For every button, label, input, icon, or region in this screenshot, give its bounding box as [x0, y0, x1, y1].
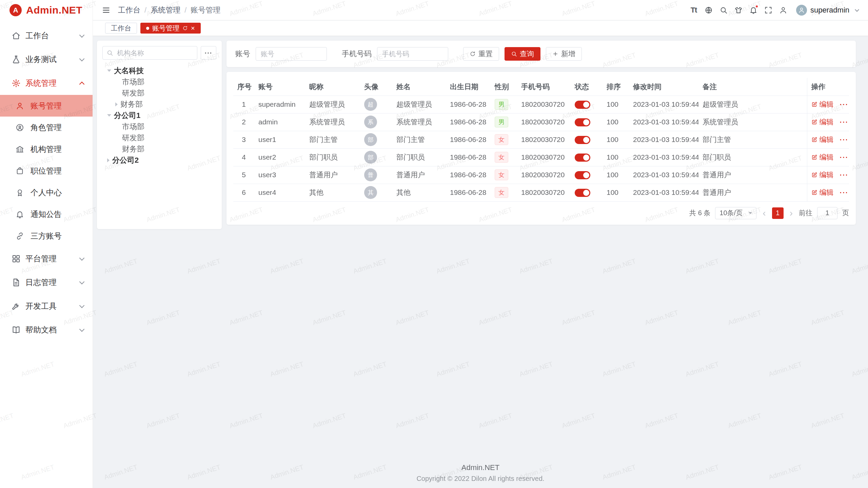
locale-icon[interactable]	[701, 6, 716, 14]
account-input[interactable]	[256, 47, 327, 61]
cell-account: user3	[254, 166, 305, 184]
fullscreen-icon[interactable]	[761, 6, 776, 14]
more-button[interactable]: ···	[840, 154, 849, 161]
sidebar-item[interactable]: 工作台	[0, 24, 93, 47]
sidebar-item-label: 开发工具	[25, 301, 57, 311]
gender-badge: 女	[495, 134, 508, 145]
org-search	[102, 46, 197, 60]
submenu-item[interactable]: 职位管理	[0, 160, 93, 182]
tree-node[interactable]: 市场部	[102, 121, 216, 132]
tree-node[interactable]: 市场部	[102, 76, 216, 87]
edit-button[interactable]: 编辑	[811, 135, 834, 144]
sidebar-item[interactable]: 平台管理	[0, 247, 93, 270]
tree-node[interactable]: 财务部	[102, 143, 216, 155]
cell-account: user1	[254, 131, 305, 148]
tree-node[interactable]: 研发部	[102, 132, 216, 143]
sidebar-item[interactable]: 系统管理	[0, 71, 93, 95]
edit-button[interactable]: 编辑	[811, 152, 834, 162]
goto-page-input[interactable]	[817, 207, 837, 219]
sidebar-item[interactable]: 业务测试	[0, 47, 93, 71]
status-toggle[interactable]	[575, 171, 590, 179]
tree-node[interactable]: 研发部	[102, 87, 216, 99]
add-label: 新增	[561, 49, 575, 59]
tree-caret-icon[interactable]	[107, 69, 111, 72]
tab[interactable]: 账号管理×	[140, 23, 201, 34]
tree-caret-icon[interactable]	[107, 158, 110, 162]
org-tree: 大名科技市场部研发部财务部分公司1市场部研发部财务部分公司2	[102, 65, 216, 166]
current-page[interactable]: 1	[772, 207, 784, 219]
gender-badge: 女	[495, 152, 508, 163]
table-row: 5user3普通用户普普通用户1986-06-28女18020030720100…	[233, 166, 849, 184]
search-icon[interactable]	[716, 6, 731, 14]
sidebar-item[interactable]: 开发工具	[0, 294, 93, 318]
page-size-select[interactable]: 10条/页	[715, 207, 756, 219]
cell-status	[571, 184, 603, 201]
more-button[interactable]: ···	[840, 136, 849, 144]
cell-phone: 18020030720	[517, 113, 571, 131]
org-search-input[interactable]	[102, 46, 197, 60]
user-menu[interactable]: superadmin	[796, 5, 859, 16]
more-button[interactable]: ···	[840, 118, 849, 126]
status-toggle[interactable]	[575, 136, 590, 144]
next-page-button[interactable]: ›	[788, 208, 794, 218]
cell-birth: 1986-06-28	[446, 166, 491, 184]
org-more-button[interactable]: ···	[201, 46, 216, 60]
tree-caret-icon[interactable]	[107, 114, 111, 117]
tree-node[interactable]: 分公司1	[102, 110, 216, 121]
tab[interactable]: 工作台	[105, 23, 137, 34]
status-toggle[interactable]	[575, 118, 590, 126]
edit-button[interactable]: 编辑	[811, 100, 834, 109]
tree-node-label: 财务部	[120, 99, 143, 109]
font-size-icon[interactable]: Tt	[686, 6, 701, 15]
theme-icon[interactable]	[731, 6, 746, 14]
add-button[interactable]: 新增	[546, 47, 582, 61]
more-button[interactable]: ···	[840, 171, 849, 179]
profile-icon[interactable]	[776, 6, 791, 14]
more-button[interactable]: ···	[840, 189, 849, 197]
notification-icon[interactable]	[746, 6, 761, 14]
edit-icon	[811, 189, 817, 196]
collapse-menu-button[interactable]	[102, 6, 111, 15]
role-icon	[16, 123, 24, 132]
tree-node[interactable]: 财务部	[102, 99, 216, 110]
edit-button[interactable]: 编辑	[811, 170, 834, 180]
status-toggle[interactable]	[575, 154, 590, 162]
edit-button[interactable]: 编辑	[811, 188, 834, 197]
breadcrumb-item[interactable]: 系统管理	[151, 5, 180, 15]
prev-page-button[interactable]: ‹	[761, 208, 767, 218]
phone-label: 手机号码	[342, 49, 372, 59]
tree-node-label: 分公司2	[112, 155, 139, 165]
status-toggle[interactable]	[575, 189, 590, 197]
font-size-icon: Tt	[691, 6, 697, 15]
reset-label: 重置	[478, 49, 493, 59]
badge-icon	[16, 167, 24, 175]
app-logo[interactable]: A Admin.NET	[0, 0, 93, 20]
tree-node[interactable]: 分公司2	[102, 155, 216, 166]
submenu-item[interactable]: 角色管理	[0, 117, 93, 138]
reset-button[interactable]: 重置	[463, 47, 499, 61]
search-button[interactable]: 查询	[505, 47, 540, 61]
tab-close-icon[interactable]: ×	[191, 25, 195, 32]
sidebar-item[interactable]: 帮助文档	[0, 318, 93, 342]
avatar: 系	[364, 116, 377, 128]
sidebar-item[interactable]: 日志管理	[0, 270, 93, 294]
submenu-item[interactable]: 个人中心	[0, 182, 93, 203]
phone-input[interactable]	[377, 47, 448, 61]
submenu-item[interactable]: 三方账号	[0, 225, 93, 247]
edit-button[interactable]: 编辑	[811, 117, 834, 127]
cell-phone: 18020030720	[517, 166, 571, 184]
submenu-item[interactable]: 账号管理	[0, 95, 93, 117]
breadcrumb-item[interactable]: 工作台	[118, 5, 140, 15]
more-button[interactable]: ···	[840, 101, 849, 108]
table-row: 1superadmin超级管理员超超级管理员1986-06-28男1802003…	[233, 96, 849, 113]
tree-caret-icon[interactable]	[115, 102, 118, 106]
gender-badge: 男	[495, 117, 508, 127]
submenu-item[interactable]: 机构管理	[0, 138, 93, 160]
status-toggle[interactable]	[575, 101, 590, 109]
tree-node[interactable]: 大名科技	[102, 65, 216, 76]
submenu-item[interactable]: 通知公告	[0, 203, 93, 225]
cell-index: 2	[233, 113, 254, 131]
column-header: 操作	[807, 78, 849, 96]
app-logo-text: Admin.NET	[26, 4, 82, 16]
row-actions: 编辑···	[811, 100, 845, 109]
